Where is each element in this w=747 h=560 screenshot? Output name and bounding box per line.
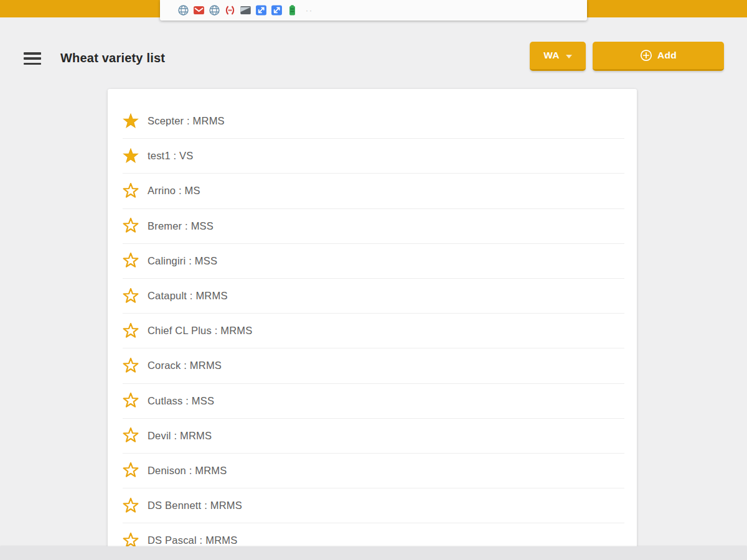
variety-row[interactable]: Bremer : MSS [123,209,624,244]
region-dropdown-button[interactable]: WA [530,42,586,71]
variety-label: Bremer : MSS [148,220,214,232]
download-icon [271,4,283,16]
star-outline-icon[interactable] [123,218,139,234]
variety-label: Chief CL Plus : MRMS [148,325,252,337]
code-brackets-icon [224,4,236,16]
star-outline-icon[interactable] [123,288,139,304]
app-screen: ·· Wheat variety list WA Add Scepter : M… [0,0,747,560]
region-dropdown-label: WA [543,50,560,61]
star-outline-icon[interactable] [123,462,139,478]
variety-row[interactable]: test1 : VS [123,139,624,174]
menu-button[interactable] [24,52,41,65]
variety-list-card: Scepter : MRMS test1 : VS Arrino : MS Br… [108,89,637,546]
variety-label: Arrino : MS [148,185,200,197]
star-filled-icon[interactable] [123,148,139,164]
battery-icon [286,4,298,16]
variety-label: Catapult : MRMS [148,290,228,302]
gmail-icon [193,4,205,16]
variety-label: Corack : MRMS [148,360,222,371]
star-outline-icon[interactable] [123,393,139,409]
star-outline-icon[interactable] [123,427,139,444]
bottom-edge-strip [0,546,747,560]
globe-icon [177,4,189,16]
star-outline-icon[interactable] [123,358,139,374]
add-button[interactable]: Add [593,42,724,71]
variety-label: Devil : MRMS [148,430,212,442]
add-button-label: Add [657,50,677,61]
variety-row[interactable]: Arrino : MS [123,174,624,208]
star-outline-icon[interactable] [123,253,139,269]
variety-row[interactable]: Cutlass : MSS [123,384,624,419]
variety-row[interactable]: Scepter : MRMS [123,104,624,139]
plus-circle-icon [640,49,652,62]
variety-label: Denison : MRMS [148,465,227,477]
status-icons [177,4,298,16]
star-outline-icon[interactable] [123,533,139,546]
variety-row[interactable]: DS Bennett : MRMS [123,488,624,523]
variety-label: Scepter : MRMS [148,115,225,127]
variety-row[interactable]: Corack : MRMS [123,348,624,383]
globe-icon [209,4,220,16]
variety-label: test1 : VS [148,150,194,162]
status-overflow-dots: ·· [306,6,313,15]
variety-label: DS Bennett : MRMS [148,500,242,511]
star-outline-icon[interactable] [123,323,139,339]
hamburger-icon [24,52,41,55]
variety-row[interactable]: Calingiri : MSS [123,244,624,279]
variety-row[interactable]: DS Pascal : MRMS [123,523,624,546]
star-outline-icon[interactable] [123,498,139,514]
status-bar: ·· [160,0,587,21]
variety-label: DS Pascal : MRMS [148,534,237,546]
variety-row[interactable]: Chief CL Plus : MRMS [123,314,624,348]
download-icon [255,4,267,16]
variety-label: Cutlass : MSS [148,395,214,407]
screenshot-icon [240,4,251,16]
variety-row[interactable]: Denison : MRMS [123,454,624,488]
variety-label: Calingiri : MSS [148,255,217,267]
star-filled-icon[interactable] [123,113,139,129]
page-title: Wheat variety list [60,51,165,65]
star-outline-icon[interactable] [123,183,139,199]
variety-row[interactable]: Catapult : MRMS [123,279,624,314]
variety-list: Scepter : MRMS test1 : VS Arrino : MS Br… [108,89,637,546]
chevron-down-icon [566,50,572,61]
variety-row[interactable]: Devil : MRMS [123,419,624,454]
